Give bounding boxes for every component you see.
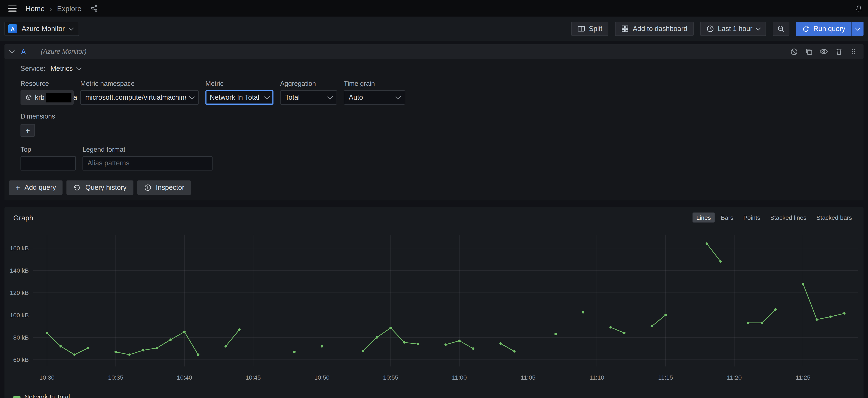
metric-value: Network In Total <box>210 93 261 101</box>
add-dimension-button[interactable]: + <box>21 124 35 136</box>
datasource-name: Azure Monitor <box>22 25 65 33</box>
mode-lines-button[interactable]: Lines <box>692 213 715 222</box>
split-label: Split <box>589 25 602 33</box>
aggregation-select[interactable]: Total <box>280 90 337 104</box>
data-point <box>362 350 364 352</box>
metric-fields-row: Resource krb a Metric namespace <box>21 76 859 104</box>
notifications-bell-icon[interactable] <box>855 5 862 12</box>
series-line <box>803 284 844 319</box>
data-point <box>293 351 296 353</box>
x-axis-label: 11:05 <box>521 374 535 381</box>
add-query-label: Add query <box>24 184 56 191</box>
mode-stacked-bars-button[interactable]: Stacked bars <box>813 213 856 222</box>
time-range-picker[interactable]: Last 1 hour <box>700 22 766 36</box>
chart-area: 60 kB80 kB100 kB120 kB140 kB160 kB10:301… <box>4 224 864 392</box>
data-point <box>513 350 516 353</box>
hide-response-eye-icon[interactable] <box>819 47 828 56</box>
add-to-dashboard-button[interactable]: Add to dashboard <box>615 22 693 36</box>
mode-bars-button[interactable]: Bars <box>717 213 737 222</box>
chevron-down-icon <box>396 94 401 99</box>
data-point <box>747 322 749 324</box>
split-button[interactable]: Split <box>571 22 609 36</box>
top-field: Top <box>21 142 76 171</box>
run-query-dropdown-button[interactable] <box>851 22 864 36</box>
add-query-button[interactable]: + Add query <box>9 180 62 195</box>
panel-title[interactable]: Graph <box>13 213 33 222</box>
y-axis-label: 160 kB <box>10 245 29 252</box>
x-axis-label: 10:55 <box>383 374 398 381</box>
run-query-group: Run query <box>796 22 864 36</box>
share-icon[interactable] <box>90 4 98 12</box>
x-axis-label: 11:10 <box>589 374 604 381</box>
resource-picker[interactable]: krb a <box>21 90 73 104</box>
legend-series-name[interactable]: Network In Total <box>24 394 70 398</box>
zoom-out-button[interactable] <box>773 22 790 36</box>
x-axis-label: 10:30 <box>39 374 55 381</box>
plus-icon: + <box>16 183 20 192</box>
data-point <box>169 338 172 341</box>
azure-monitor-logo-icon: A <box>8 24 17 33</box>
data-point <box>651 325 653 327</box>
x-axis-label: 10:50 <box>314 374 330 381</box>
data-point <box>582 311 584 313</box>
query-history-button[interactable]: Query history <box>67 180 133 195</box>
breadcrumb-current[interactable]: Explore <box>57 4 82 12</box>
chevron-down-icon <box>68 25 74 31</box>
x-axis-label: 11:00 <box>452 374 467 381</box>
menu-toggle-button[interactable] <box>6 2 19 15</box>
service-select[interactable]: Metrics <box>51 65 81 72</box>
disable-query-icon[interactable] <box>789 47 798 56</box>
time-grain-value: Auto <box>349 93 393 101</box>
data-point <box>390 327 392 329</box>
breadcrumb-home[interactable]: Home <box>26 4 45 12</box>
chevron-down-icon <box>328 94 333 99</box>
query-editor-body: Service: Metrics Resource krb <box>4 59 864 200</box>
data-point <box>197 354 199 356</box>
time-range-label: Last 1 hour <box>718 25 752 33</box>
drag-handle-icon[interactable] <box>849 47 858 56</box>
metric-namespace-label: Metric namespace <box>80 80 199 87</box>
graph-mode-toggle: Lines Bars Points Stacked lines Stacked … <box>692 213 856 222</box>
data-point <box>73 354 75 356</box>
data-point <box>815 318 818 321</box>
data-point <box>555 333 557 335</box>
copy-query-icon[interactable] <box>804 47 813 56</box>
clock-icon <box>706 25 714 33</box>
x-axis-label: 11:20 <box>727 374 742 381</box>
legend-format-input[interactable] <box>83 156 213 170</box>
metric-label: Metric <box>206 80 274 87</box>
chevron-down-icon <box>855 25 861 31</box>
series-line <box>226 330 240 346</box>
x-axis-label: 10:35 <box>108 374 123 381</box>
time-grain-select[interactable]: Auto <box>344 90 405 104</box>
remove-query-trash-icon[interactable] <box>834 47 843 56</box>
metric-select[interactable]: Network In Total <box>206 90 274 104</box>
data-point <box>458 340 461 342</box>
series-line <box>501 344 514 351</box>
info-circle-icon <box>144 184 151 191</box>
query-ref-id[interactable]: A <box>21 47 26 56</box>
chevron-down-icon <box>9 48 15 54</box>
y-axis-label: 60 kB <box>13 356 29 363</box>
series-line <box>707 244 720 262</box>
metric-field: Metric Network In Total <box>206 76 274 104</box>
x-axis-label: 11:25 <box>796 374 810 381</box>
metric-namespace-value: microsoft.compute/virtualmachines <box>85 93 186 101</box>
y-axis-label: 120 kB <box>10 289 29 296</box>
top-input[interactable] <box>21 156 76 170</box>
mode-stacked-lines-button[interactable]: Stacked lines <box>766 213 810 222</box>
run-query-button[interactable]: Run query <box>796 22 851 36</box>
data-point <box>444 343 447 346</box>
inspector-button[interactable]: Inspector <box>137 180 191 195</box>
datasource-picker[interactable]: A Azure Monitor <box>4 22 79 36</box>
data-point <box>238 328 241 331</box>
resource-field: Resource krb a <box>21 76 73 104</box>
data-point <box>623 332 625 334</box>
query-row-actions <box>789 47 858 56</box>
aggregation-field: Aggregation Total <box>280 76 337 104</box>
metric-namespace-select[interactable]: microsoft.compute/virtualmachines <box>80 90 199 104</box>
collapse-query-button[interactable] <box>10 50 14 53</box>
add-to-dashboard-label: Add to dashboard <box>633 25 687 33</box>
toolbar-actions: Split Add to dashboard Last 1 hour <box>571 22 864 36</box>
mode-points-button[interactable]: Points <box>739 213 764 222</box>
